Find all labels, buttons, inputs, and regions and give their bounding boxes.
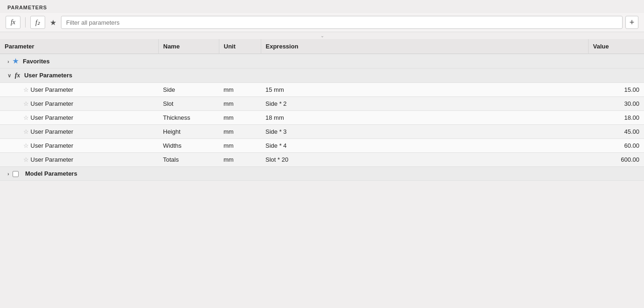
toolbar-divider [25, 17, 26, 27]
cell-expression[interactable]: Side * 2 [261, 97, 588, 111]
cell-expression[interactable]: Side * 4 [261, 139, 588, 153]
cell-parameter: ☆ User Parameter [0, 139, 158, 153]
fx2-icon: f₂ [35, 19, 40, 27]
checkbox-icon [13, 171, 19, 177]
row-star-icon[interactable]: ☆ [23, 114, 29, 121]
group-label-favorites: Favorites [23, 58, 50, 65]
cell-expression[interactable]: 15 mm [261, 83, 588, 97]
cell-value: 18.00 [588, 111, 644, 125]
cell-unit: mm [219, 111, 261, 125]
cell-value: 15.00 [588, 83, 644, 97]
cell-parameter: ☆ User Parameter [0, 111, 158, 125]
group-row-user-parameters[interactable]: ∨ fx User Parameters [0, 68, 644, 83]
table-row[interactable]: ☆ User Parameter Totals mm Slot * 20 600… [0, 153, 644, 167]
table-row[interactable]: ☆ User Parameter Widths mm Side * 4 60.0… [0, 139, 644, 153]
cell-name[interactable]: Widths [158, 139, 219, 153]
cell-value: 45.00 [588, 125, 644, 139]
fx-icon: fx [11, 19, 15, 26]
table-row[interactable]: ☆ User Parameter Thickness mm 18 mm 18.0… [0, 111, 644, 125]
group-label-model-parameters: Model Parameters [25, 170, 77, 177]
cell-unit: mm [219, 139, 261, 153]
cell-parameter: ☆ User Parameter [0, 83, 158, 97]
params-table: Parameter Name Unit Expression Value › ★… [0, 39, 644, 181]
add-button[interactable]: + [625, 16, 638, 29]
group-toggle-user-parameters[interactable]: ∨ [7, 73, 11, 78]
cell-value: 60.00 [588, 139, 644, 153]
cell-value: 30.00 [588, 97, 644, 111]
cell-parameter: ☆ User Parameter [0, 125, 158, 139]
cell-unit: mm [219, 97, 261, 111]
row-star-icon[interactable]: ☆ [23, 156, 29, 163]
cell-unit: mm [219, 125, 261, 139]
group-row-model-parameters[interactable]: › Model Parameters [0, 167, 644, 181]
cell-name[interactable]: Thickness [158, 111, 219, 125]
cell-expression[interactable]: Side * 3 [261, 125, 588, 139]
group-toggle-favorites[interactable]: › [7, 59, 9, 64]
fx2-button[interactable]: f₂ [30, 16, 45, 29]
col-expression: Expression [261, 39, 588, 54]
toolbar: fx f₂ ★ + [0, 13, 644, 32]
table-row[interactable]: ☆ User Parameter Height mm Side * 3 45.0… [0, 125, 644, 139]
table-row[interactable]: ☆ User Parameter Slot mm Side * 2 30.00 [0, 97, 644, 111]
cell-value: 600.00 [588, 153, 644, 167]
col-unit: Unit [219, 39, 261, 54]
cell-expression[interactable]: 18 mm [261, 111, 588, 125]
cell-expression[interactable]: Slot * 20 [261, 153, 588, 167]
collapse-arrow-area: ⌄ [0, 32, 644, 39]
cell-parameter: ☆ User Parameter [0, 97, 158, 111]
fx-group-icon: fx [15, 72, 20, 79]
cell-parameter: ☆ User Parameter [0, 153, 158, 167]
cell-unit: mm [219, 83, 261, 97]
fx-button[interactable]: fx [6, 16, 20, 29]
col-value: Value [588, 39, 644, 54]
table-header: Parameter Name Unit Expression Value [0, 39, 644, 54]
cell-unit: mm [219, 153, 261, 167]
row-star-icon[interactable]: ☆ [23, 128, 29, 135]
row-star-icon[interactable]: ☆ [23, 142, 29, 149]
favorites-star-toolbar[interactable]: ★ [48, 17, 58, 28]
cell-name[interactable]: Totals [158, 153, 219, 167]
row-star-icon[interactable]: ☆ [23, 100, 29, 107]
row-star-icon[interactable]: ☆ [23, 86, 29, 93]
table-row[interactable]: ☆ User Parameter Side mm 15 mm 15.00 [0, 83, 644, 97]
favorites-star-icon: ★ [13, 57, 19, 65]
group-toggle-model-parameters[interactable]: › [7, 171, 9, 177]
col-parameter: Parameter [0, 39, 158, 54]
page-title: PARAMETERS [0, 0, 644, 13]
col-name: Name [158, 39, 219, 54]
cell-name[interactable]: Side [158, 83, 219, 97]
group-label-user-parameters: User Parameters [24, 72, 72, 79]
group-row-favorites[interactable]: › ★ Favorites [0, 54, 644, 68]
cell-name[interactable]: Height [158, 125, 219, 139]
cell-name[interactable]: Slot [158, 97, 219, 111]
filter-input[interactable] [61, 16, 623, 29]
